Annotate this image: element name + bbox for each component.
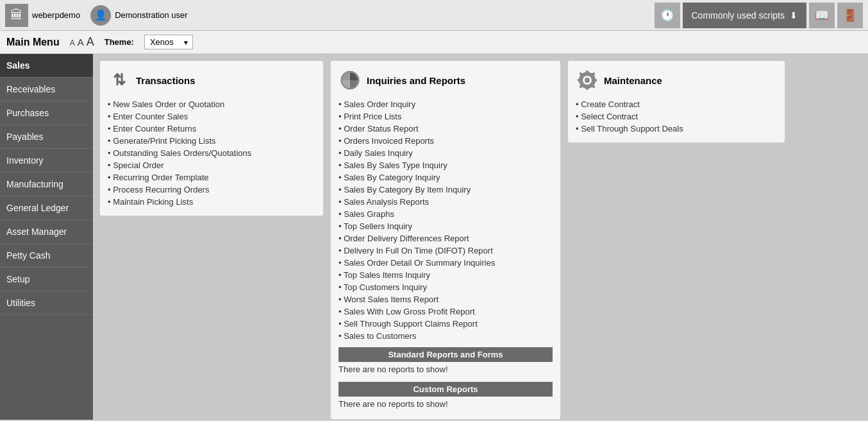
sidebar-item-asset-manager[interactable]: Asset Manager (0, 220, 93, 244)
inquiries-item-7[interactable]: Sales By Category Inquiry (338, 171, 553, 184)
inquiries-item-6[interactable]: Sales By Sales Type Inquiry (338, 159, 553, 171)
logout-button[interactable]: 🚪 (837, 3, 863, 28)
sidebar-item-inventory[interactable]: Inventory (0, 149, 93, 173)
sidebar-item-utilities[interactable]: Utilities (0, 291, 93, 315)
sidebar-item-manufacturing[interactable]: Manufacturing (0, 173, 93, 196)
sidebar-item-payables[interactable]: Payables (0, 125, 93, 149)
standard-reports-header: Standard Reports and Forms (338, 347, 553, 362)
transactions-item-1[interactable]: New Sales Order or Quotation (108, 98, 315, 110)
company-icon: 🏛 (5, 4, 28, 27)
font-size-controls: A A A (70, 35, 94, 49)
svg-rect-3 (586, 71, 588, 74)
inquiries-item-19[interactable]: Sell Through Support Claims Report (338, 318, 553, 330)
transactions-item-3[interactable]: Enter Counter Returns (108, 123, 315, 135)
transactions-item-8[interactable]: Process Recurring Orders (108, 184, 315, 196)
maintenance-section: Maintenance Create Contract Select Contr… (567, 60, 785, 143)
font-size-large[interactable]: A (87, 35, 94, 49)
sections-container: ⇅ Transactions New Sales Order or Quotat… (99, 60, 862, 420)
toolbar: Main Menu A A A Theme: Xenos Default Dar… (0, 31, 868, 54)
sidebar-item-sales[interactable]: Sales (0, 54, 93, 78)
theme-select[interactable]: Xenos Default Dark (144, 35, 193, 49)
user-info: 👤 Demonstration user (90, 5, 187, 26)
sidebar: Sales Receivables Purchases Payables Inv… (0, 54, 93, 420)
theme-container: Xenos Default Dark (144, 35, 193, 49)
sidebar-item-receivables[interactable]: Receivables (0, 78, 93, 101)
book-button[interactable]: 📖 (809, 3, 835, 28)
inquiries-header: Inquiries and Reports (338, 69, 553, 92)
commonly-used-button[interactable]: Commonly used scripts ⬇ (683, 3, 807, 28)
header-left: 🏛 weberpdemo 👤 Demonstration user (5, 4, 655, 27)
inquiries-item-14[interactable]: Sales Order Detail Or Summary Inquiries (338, 257, 553, 269)
header: 🏛 weberpdemo 👤 Demonstration user 🕐 Comm… (0, 0, 868, 31)
user-name: Demonstration user (115, 10, 187, 20)
inquiries-item-3[interactable]: Order Status Report (338, 123, 553, 135)
maintenance-item-1[interactable]: Create Contract (576, 98, 777, 110)
inquiries-item-10[interactable]: Sales Graphs (338, 208, 553, 220)
layout: Sales Receivables Purchases Payables Inv… (0, 54, 868, 420)
transactions-item-5[interactable]: Outstanding Sales Orders/Quotations (108, 147, 315, 159)
transactions-header: ⇅ Transactions (108, 69, 315, 92)
inquiries-item-13[interactable]: Delivery In Full On Time (DIFOT) Report (338, 245, 553, 257)
maintenance-icon (576, 69, 599, 92)
sidebar-item-general-ledger[interactable]: General Ledger (0, 196, 93, 220)
transactions-item-2[interactable]: Enter Counter Sales (108, 110, 315, 123)
maintenance-title: Maintenance (604, 75, 662, 86)
download-icon: ⬇ (790, 10, 797, 21)
transactions-icon: ⇅ (108, 69, 131, 92)
header-right: 🕐 Commonly used scripts ⬇ 📖 🚪 (655, 3, 864, 28)
inquiries-item-20[interactable]: Sales to Customers (338, 330, 553, 342)
svg-rect-4 (586, 86, 588, 90)
sidebar-item-setup[interactable]: Setup (0, 268, 93, 291)
theme-label: Theme: (104, 37, 134, 47)
inquiries-item-2[interactable]: Print Price Lists (338, 110, 553, 123)
font-size-small[interactable]: A (70, 39, 75, 47)
transactions-title: Transactions (136, 75, 196, 86)
inquiries-item-8[interactable]: Sales By Category By Item Inquiry (338, 184, 553, 196)
company-name: weberpdemo (32, 10, 80, 20)
transactions-item-6[interactable]: Special Order (108, 159, 315, 171)
inquiries-item-1[interactable]: Sales Order Inquiry (338, 98, 553, 110)
inquiries-item-11[interactable]: Top Sellers Inquiry (338, 220, 553, 232)
company-info: 🏛 weberpdemo (5, 4, 80, 27)
svg-rect-5 (578, 79, 581, 82)
svg-point-2 (585, 78, 590, 83)
maintenance-header: Maintenance (576, 69, 777, 92)
inquiries-item-9[interactable]: Sales Analysis Reports (338, 196, 553, 208)
inquiries-item-5[interactable]: Daily Sales Inquiry (338, 147, 553, 159)
transactions-item-9[interactable]: Maintain Picking Lists (108, 196, 315, 208)
inquiries-section: Inquiries and Reports Sales Order Inquir… (330, 60, 561, 420)
custom-reports-header: Custom Reports (338, 382, 553, 397)
sidebar-item-petty-cash[interactable]: Petty Cash (0, 244, 93, 268)
svg-rect-6 (593, 79, 597, 82)
inquiries-icon (338, 69, 362, 92)
inquiries-item-18[interactable]: Sales With Low Gross Profit Report (338, 305, 553, 318)
inquiries-item-4[interactable]: Orders Invoiced Reports (338, 135, 553, 147)
inquiries-title: Inquiries and Reports (367, 75, 465, 86)
transactions-item-4[interactable]: Generate/Print Picking Lists (108, 135, 315, 147)
custom-reports-empty: There are no reports to show! (338, 397, 553, 411)
sidebar-item-purchases[interactable]: Purchases (0, 101, 93, 125)
inquiries-item-16[interactable]: Top Customers Inquiry (338, 281, 553, 293)
maintenance-item-3[interactable]: Sell Through Support Deals (576, 123, 777, 135)
clock-button[interactable]: 🕐 (655, 3, 680, 28)
inquiries-item-15[interactable]: Top Sales Items Inquiry (338, 269, 553, 281)
font-size-medium[interactable]: A (78, 37, 84, 47)
transactions-section: ⇅ Transactions New Sales Order or Quotat… (99, 60, 324, 216)
main-content: ⇅ Transactions New Sales Order or Quotat… (93, 54, 868, 420)
maintenance-item-2[interactable]: Select Contract (576, 110, 777, 123)
inquiries-item-12[interactable]: Order Delivery Differences Report (338, 232, 553, 245)
inquiries-item-17[interactable]: Worst Sales Items Report (338, 293, 553, 305)
transactions-item-7[interactable]: Recurring Order Template (108, 171, 315, 184)
commonly-used-label: Commonly used scripts (692, 10, 785, 21)
standard-reports-empty: There are no reports to show! (338, 362, 553, 377)
main-menu-title: Main Menu (6, 37, 60, 48)
user-icon: 👤 (90, 5, 111, 26)
